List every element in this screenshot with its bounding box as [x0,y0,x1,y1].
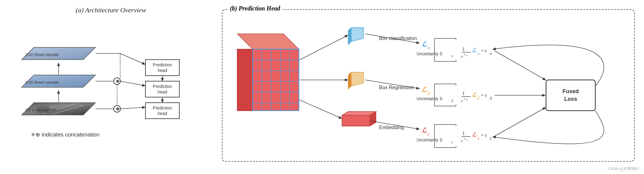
svg-text:α: α [428,45,430,50]
svg-text:1: 1 [462,46,465,52]
svg-text:1/16 Down-sample: 1/16 Down-sample [25,80,59,85]
svg-text:β: β [451,99,453,102]
svg-text:s: s [464,53,465,56]
svg-text:ℒ: ℒ [472,92,477,98]
right-panel: (b) Prediction Head [222,3,638,171]
svg-text:ℒ: ℒ [472,132,477,138]
svg-rect-36 [145,103,179,119]
svg-text:⊕: ⊕ [116,107,120,111]
svg-text:α: α [478,51,480,56]
svg-text:ℒ: ℒ [422,41,427,48]
svg-text:α: α [466,54,468,57]
svg-text:+ s: + s [481,132,487,138]
arch-diagram: 1/32 Down-sample 1/16 Down-sample 1/8 Do… [12,17,210,146]
svg-text:Uncertainty S: Uncertainty S [417,137,442,142]
svg-text:e: e [461,138,463,143]
svg-text:α: α [451,54,453,57]
svg-text:Box classification: Box classification [379,36,417,41]
svg-text:✳⊕  indicates concatenation: ✳⊕ indicates concatenation [31,132,100,138]
svg-line-23 [120,81,145,86]
svg-text:Prediction: Prediction [153,105,172,110]
pred-head-title: (b) Prediction Head [228,5,282,12]
svg-text:ℒ: ℒ [472,47,477,53]
main-container: (a) Architecture Overview [0,0,644,174]
svg-text:γ: γ [451,140,453,144]
svg-text:Uncertainty S: Uncertainty S [417,51,442,56]
svg-text:α: α [490,51,492,56]
svg-rect-135 [546,80,595,111]
svg-text:s: s [464,137,465,140]
svg-text:Embedding: Embedding [379,125,404,130]
svg-text:γ: γ [428,132,430,136]
svg-text:+ s: + s [481,93,487,98]
svg-line-94 [495,51,545,80]
svg-text:ℒ: ℒ [422,86,427,94]
svg-text:Prediction: Prediction [153,62,172,67]
svg-text:Uncertainty S: Uncertainty S [417,96,442,101]
svg-text:1/8 Down-sample: 1/8 Down-sample [25,108,56,112]
svg-text:β: β [466,98,467,101]
svg-line-27 [120,107,145,109]
svg-marker-65 [351,72,364,86]
left-panel: (a) Architecture Overview [6,3,216,171]
svg-marker-48 [237,49,253,111]
svg-line-74 [300,100,341,118]
svg-marker-61 [348,28,351,45]
svg-text:Box Regression: Box Regression [379,85,414,90]
svg-text:β: β [490,96,492,100]
svg-text:+ s: + s [481,48,487,53]
svg-text:γ: γ [490,136,491,140]
svg-text:β: β [477,96,479,100]
svg-text:e: e [461,54,463,59]
svg-text:ℒ: ℒ [422,127,427,134]
svg-marker-49 [253,49,299,111]
svg-text:Prediction: Prediction [153,84,172,89]
svg-text:head: head [157,68,167,73]
svg-text:head: head [157,111,167,116]
svg-text:⊕: ⊕ [116,79,120,84]
svg-line-19 [120,53,145,64]
svg-line-72 [300,35,348,60]
svg-text:s: s [464,97,465,100]
svg-marker-62 [351,28,364,42]
svg-text:1: 1 [462,90,465,96]
svg-text:1/32 Down-sample: 1/32 Down-sample [25,52,59,57]
watermark: CSDN @大笨钟47 [608,166,639,172]
svg-text:γ: γ [478,136,479,140]
svg-text:γ: γ [466,138,467,141]
svg-text:Fused: Fused [562,88,579,94]
svg-text:β: β [427,91,430,96]
svg-text:e: e [461,98,463,103]
arch-title: (a) Architecture Overview [76,6,146,14]
svg-text:1: 1 [462,130,465,136]
svg-text:Loss: Loss [564,96,577,102]
svg-marker-64 [348,72,351,89]
svg-line-134 [495,108,545,136]
svg-rect-66 [342,115,370,126]
svg-rect-30 [145,60,179,76]
right-diagram-svg: Box classification Box Regression Embedd… [222,9,641,169]
svg-text:head: head [157,89,167,94]
svg-marker-46 [237,34,299,49]
svg-rect-33 [145,81,179,97]
